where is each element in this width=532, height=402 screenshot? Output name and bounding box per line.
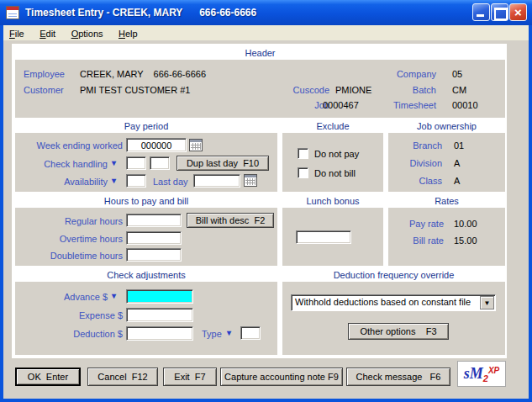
menu-help[interactable]: Help: [113, 27, 144, 39]
expense-input[interactable]: [126, 308, 193, 322]
brand-logo-sm: sM: [464, 365, 483, 382]
employee-value: CREEK, MARY 666-66-6666: [80, 69, 206, 80]
maximize-button[interactable]: [491, 3, 508, 21]
bill-rate-label: Bill rate: [388, 235, 444, 246]
bill-rate-value: 15.00: [454, 235, 477, 246]
section-header: Header Employee CREEK, MARY 666-66-6666 …: [15, 47, 505, 118]
section-lunch-bonus: Lunch bonus: [282, 195, 383, 266]
deduction-type-dropdown-icon[interactable]: ▾: [227, 328, 231, 338]
section-job-ownership: Job ownership Branch 01 Division A Class…: [388, 120, 505, 192]
week-ending-label: Week ending worked: [15, 140, 123, 151]
overtime-hours-label: Overtime hours: [15, 234, 123, 245]
section-hours-title: Hours to pay and bill: [15, 195, 277, 208]
deduction-frequency-arrow-icon[interactable]: ▼: [480, 296, 494, 309]
close-button[interactable]: ×: [509, 3, 527, 21]
other-options-button[interactable]: Other options F3: [348, 323, 449, 340]
timesheet-value: 00010: [452, 100, 478, 111]
cancel-button[interactable]: Cancel F12: [87, 368, 158, 386]
section-pay-period: Pay period Week ending worked Check hand…: [15, 120, 277, 192]
employee-label: Employee: [24, 69, 65, 80]
job-value: 0000467: [323, 100, 359, 111]
section-header-title: Header: [15, 47, 505, 60]
deduction-frequency-select[interactable]: Withhold deductions based on constant fi…: [291, 294, 496, 311]
week-ending-calendar-icon[interactable]: [189, 139, 203, 151]
regular-hours-label: Regular hours: [15, 216, 123, 227]
menu-options[interactable]: Options: [66, 27, 109, 39]
pay-rate-value: 10.00: [454, 219, 477, 230]
deduction-type-input[interactable]: [240, 326, 261, 340]
advance-dropdown-icon[interactable]: ▾: [112, 291, 116, 301]
title-bar: Timesheet Entry - CREEK, MARY 666-66-666…: [0, 0, 532, 25]
capture-accounting-note-button[interactable]: Capture accounting note F9: [220, 368, 343, 386]
section-deduction-override-title: Deduction frequency override: [282, 269, 505, 282]
week-ending-input[interactable]: [126, 138, 187, 152]
pay-rate-label: Pay rate: [388, 219, 444, 230]
timesheet-entry-window: Timesheet Entry - CREEK, MARY 666-66-666…: [0, 0, 532, 402]
menu-file[interactable]: File: [3, 27, 30, 39]
section-check-adjustments-title: Check adjustments: [15, 269, 277, 282]
timesheet-label: Timesheet: [377, 100, 436, 111]
company-label: Company: [368, 69, 436, 80]
section-check-adjustments: Check adjustments Advance $ ▾ Expense $ …: [15, 269, 277, 355]
close-icon: ×: [510, 4, 526, 20]
division-label: Division: [388, 158, 442, 169]
availability-dropdown-icon[interactable]: ▾: [112, 176, 116, 186]
class-label: Class: [388, 176, 442, 187]
deduction-label: Deduction $: [15, 329, 123, 340]
branch-value: 01: [454, 140, 464, 151]
do-not-pay-checkbox[interactable]: [298, 148, 308, 159]
section-rates-title: Rates: [388, 195, 505, 208]
class-value: A: [454, 176, 460, 187]
app-icon: [6, 6, 19, 19]
brand-logo: sM2XP: [457, 361, 506, 387]
dup-last-day-button[interactable]: Dup last day F10: [176, 156, 269, 171]
exit-button[interactable]: Exit F7: [163, 368, 217, 386]
cuscode-value: PMIONE: [335, 85, 371, 96]
menu-edit[interactable]: Edit: [34, 27, 61, 39]
branch-label: Branch: [388, 140, 442, 151]
check-handling-dropdown-icon[interactable]: ▾: [112, 158, 116, 168]
batch-value: CM: [452, 85, 466, 96]
overtime-hours-input[interactable]: [126, 231, 182, 245]
section-pay-period-title: Pay period: [15, 120, 277, 133]
brand-logo-xp: XP: [488, 366, 499, 375]
expense-label: Expense $: [15, 310, 123, 321]
ok-button[interactable]: OK Enter: [15, 368, 81, 386]
minimize-button[interactable]: [472, 3, 490, 21]
deduction-type-label: Type: [202, 329, 222, 340]
doubletime-hours-label: Doubletime hours: [15, 251, 123, 262]
division-value: A: [454, 158, 460, 169]
regular-hours-input[interactable]: [126, 214, 182, 227]
section-exclude-title: Exclude: [282, 120, 383, 133]
section-rates: Rates Pay rate 10.00 Bill rate 15.00: [388, 195, 505, 266]
check-handling-input-2[interactable]: [150, 156, 170, 170]
customer-label: Customer: [24, 85, 64, 96]
section-exclude: Exclude Do not pay Do not bill: [282, 120, 383, 192]
customer-value: PMI TEST CUSTOMER #1: [80, 85, 190, 96]
company-value: 05: [452, 69, 462, 80]
section-deduction-override: Deduction frequency override Withhold de…: [282, 269, 505, 355]
do-not-pay-label: Do not pay: [314, 149, 359, 160]
advance-label: Advance $: [15, 292, 108, 303]
lunch-bonus-input[interactable]: [296, 230, 351, 244]
deduction-input[interactable]: [126, 326, 193, 341]
window-title: Timesheet Entry - CREEK, MARY 666-66-666…: [25, 0, 256, 25]
last-day-label: Last day: [153, 177, 188, 188]
section-hours: Hours to pay and bill Regular hours Bill…: [15, 195, 277, 266]
do-not-bill-checkbox[interactable]: [298, 167, 308, 178]
menu-bar: File Edit Options Help: [3, 25, 529, 40]
availability-input[interactable]: [126, 174, 146, 188]
brand-logo-2: 2: [483, 373, 488, 383]
form-area: Header Employee CREEK, MARY 666-66-6666 …: [3, 40, 529, 399]
deduction-frequency-selected: Withhold deductions based on constant fi…: [295, 297, 471, 307]
bill-with-desc-button[interactable]: Bill with desc F2: [187, 213, 274, 228]
cuscode-label: Cuscode: [284, 85, 329, 96]
check-message-button[interactable]: Check message F6: [346, 368, 450, 386]
last-day-input[interactable]: [193, 174, 240, 188]
doubletime-hours-input[interactable]: [126, 248, 182, 262]
section-job-ownership-title: Job ownership: [388, 120, 505, 133]
last-day-calendar-icon[interactable]: [244, 174, 257, 187]
check-handling-input-1[interactable]: [126, 156, 146, 170]
advance-input[interactable]: [126, 289, 193, 304]
do-not-bill-label: Do not bill: [314, 168, 356, 179]
